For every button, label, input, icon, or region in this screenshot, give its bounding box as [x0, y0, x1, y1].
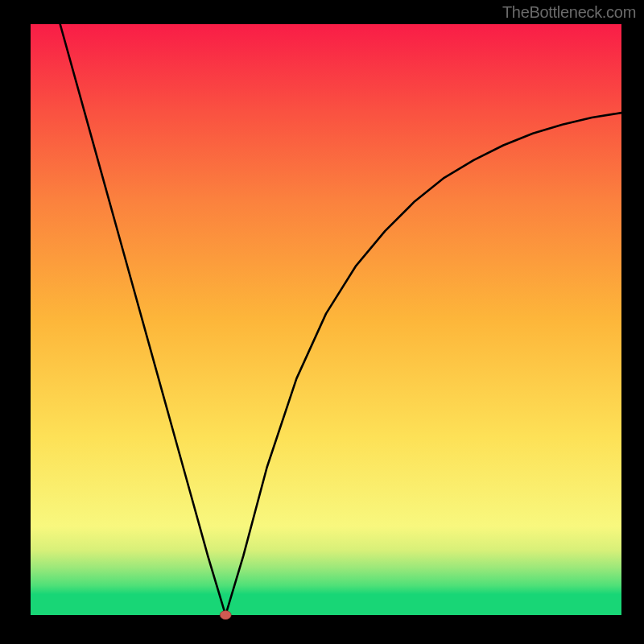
- plot-area: [31, 24, 621, 615]
- optimal-point-marker: [220, 611, 231, 620]
- watermark-text: TheBottleneck.com: [502, 3, 636, 22]
- bottleneck-chart: [0, 0, 644, 644]
- chart-frame: TheBottleneck.com: [0, 0, 644, 644]
